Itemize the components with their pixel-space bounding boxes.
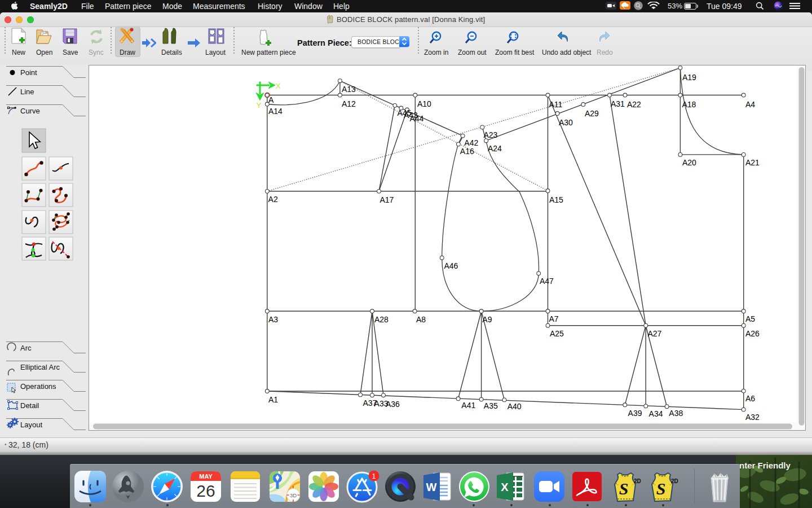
svg-text:2D: 2D xyxy=(671,478,678,484)
svg-text:A16: A16 xyxy=(460,147,474,156)
svg-text:A35: A35 xyxy=(484,401,498,410)
svg-text:A34: A34 xyxy=(649,409,663,418)
svg-text:A8: A8 xyxy=(416,315,426,324)
svg-text:Y: Y xyxy=(257,101,262,110)
svg-text:A22: A22 xyxy=(627,100,641,109)
svg-text:A31: A31 xyxy=(611,99,625,108)
svg-text:A27: A27 xyxy=(648,329,662,338)
svg-text:Layout: Layout xyxy=(20,421,42,429)
svg-text:1: 1 xyxy=(372,472,376,480)
svg-text:A25: A25 xyxy=(550,329,564,338)
svg-text:A14: A14 xyxy=(268,107,283,116)
svg-text:A32: A32 xyxy=(745,413,760,422)
svg-text:A7: A7 xyxy=(549,314,559,323)
svg-text:A9: A9 xyxy=(482,315,492,324)
svg-text:S: S xyxy=(656,479,666,498)
svg-text:A4: A4 xyxy=(745,100,755,109)
svg-text:A19: A19 xyxy=(682,73,696,82)
svg-text:A30: A30 xyxy=(559,118,573,127)
svg-text:A38: A38 xyxy=(669,409,683,418)
svg-text:A24: A24 xyxy=(488,144,502,153)
svg-text:W: W xyxy=(426,481,437,493)
svg-text:Operations: Operations xyxy=(20,382,56,391)
svg-text:A21: A21 xyxy=(745,158,760,167)
svg-text:A11: A11 xyxy=(549,100,563,109)
svg-text:A3: A3 xyxy=(268,315,278,324)
svg-text:A39: A39 xyxy=(628,409,642,418)
svg-text:A44: A44 xyxy=(410,114,424,123)
svg-text:A18: A18 xyxy=(682,100,696,109)
svg-text:MAY: MAY xyxy=(199,473,213,480)
svg-text:nter Friendly: nter Friendly xyxy=(739,461,791,470)
svg-text:A15: A15 xyxy=(549,195,563,204)
svg-text:26: 26 xyxy=(196,481,215,500)
svg-text:A40: A40 xyxy=(508,402,522,411)
svg-text:Arc: Arc xyxy=(20,344,32,352)
svg-text:A12: A12 xyxy=(342,99,356,108)
svg-text:A6: A6 xyxy=(745,394,755,403)
svg-text:A23: A23 xyxy=(484,130,498,139)
svg-text:A10: A10 xyxy=(417,99,431,108)
svg-text:A41: A41 xyxy=(461,401,475,410)
svg-text:A17: A17 xyxy=(380,195,394,204)
svg-text:A42: A42 xyxy=(464,138,478,147)
svg-text:A1: A1 xyxy=(268,395,278,404)
svg-text:S: S xyxy=(619,479,629,498)
svg-text:X: X xyxy=(276,82,281,90)
svg-text:Detail: Detail xyxy=(20,401,39,410)
svg-text:Curve: Curve xyxy=(20,107,40,115)
svg-text:A29: A29 xyxy=(585,109,599,118)
svg-text:A46: A46 xyxy=(444,261,458,270)
svg-text:A47: A47 xyxy=(540,277,554,286)
svg-text:A2: A2 xyxy=(268,195,278,204)
svg-text:A5: A5 xyxy=(745,314,755,323)
svg-text:A28: A28 xyxy=(374,315,389,324)
svg-text:A20: A20 xyxy=(682,158,696,167)
svg-text:X: X xyxy=(501,481,509,493)
svg-text:2D: 2D xyxy=(634,478,641,484)
svg-text:A36: A36 xyxy=(386,400,400,409)
svg-text:A: A xyxy=(268,95,274,104)
svg-text:Point: Point xyxy=(20,68,37,77)
svg-text:Line: Line xyxy=(20,87,34,96)
svg-text:A26: A26 xyxy=(745,329,760,338)
svg-text:Elliptical Arc: Elliptical Arc xyxy=(20,363,60,371)
svg-text:3D: 3D xyxy=(290,492,297,498)
svg-text:A13: A13 xyxy=(342,85,356,94)
